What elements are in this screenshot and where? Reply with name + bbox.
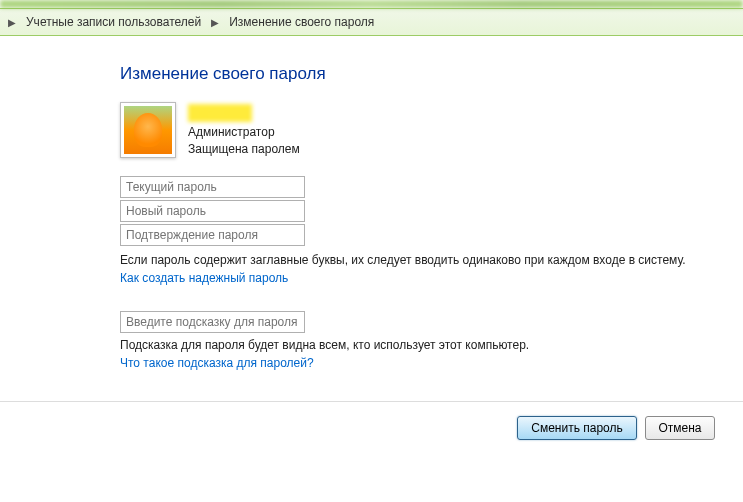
breadcrumb-item-change-password[interactable]: Изменение своего пароля bbox=[225, 13, 378, 31]
hint-help-link[interactable]: Что такое подсказка для паролей? bbox=[120, 356, 314, 370]
breadcrumb: ▶ Учетные записи пользователей ▶ Изменен… bbox=[0, 8, 743, 36]
confirm-password-input[interactable] bbox=[120, 224, 305, 246]
password-fields bbox=[120, 176, 743, 246]
avatar bbox=[120, 102, 176, 158]
password-hint-input[interactable] bbox=[120, 311, 305, 333]
footer-buttons: Сменить пароль Отмена bbox=[0, 401, 743, 440]
user-block: Виктор Администратор Защищена паролем bbox=[120, 102, 743, 158]
current-password-input[interactable] bbox=[120, 176, 305, 198]
new-password-input[interactable] bbox=[120, 200, 305, 222]
user-info: Виктор Администратор Защищена паролем bbox=[188, 102, 300, 158]
breadcrumb-item-accounts[interactable]: Учетные записи пользователей bbox=[22, 13, 205, 31]
change-password-button[interactable]: Сменить пароль bbox=[517, 416, 637, 440]
flower-icon bbox=[124, 106, 172, 154]
chevron-right-icon: ▶ bbox=[8, 17, 16, 28]
page-title: Изменение своего пароля bbox=[120, 64, 743, 84]
user-status: Защищена паролем bbox=[188, 141, 300, 158]
user-role: Администратор bbox=[188, 124, 300, 141]
user-name-redacted: Виктор bbox=[188, 104, 252, 122]
hint-note: Подсказка для пароля будет видна всем, к… bbox=[120, 337, 743, 354]
chevron-right-icon: ▶ bbox=[211, 17, 219, 28]
main-content: Изменение своего пароля Виктор Администр… bbox=[0, 36, 743, 384]
caps-note: Если пароль содержит заглавные буквы, их… bbox=[120, 252, 743, 269]
strong-password-link[interactable]: Как создать надежный пароль bbox=[120, 271, 288, 285]
window-header-blur bbox=[0, 0, 743, 8]
cancel-button[interactable]: Отмена bbox=[645, 416, 715, 440]
